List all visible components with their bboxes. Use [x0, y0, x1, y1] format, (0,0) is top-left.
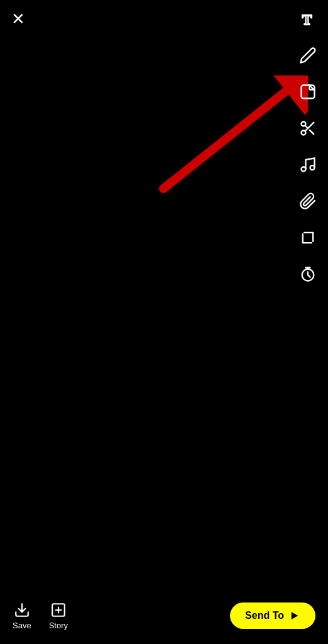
top-bar: ✕: [0, 0, 328, 38]
text-tool-button[interactable]: T: [295, 6, 320, 31]
svg-point-7: [302, 167, 306, 172]
svg-line-11: [163, 91, 286, 189]
timer-tool-button[interactable]: [295, 262, 320, 287]
story-icon: [50, 602, 67, 618]
crop-icon: [299, 229, 317, 247]
save-label: Save: [13, 621, 31, 630]
send-arrow-icon: [289, 610, 300, 621]
send-to-button[interactable]: Send To: [230, 602, 315, 629]
scissors-icon: [299, 119, 317, 137]
music-icon: [299, 156, 317, 174]
pencil-icon: [299, 47, 317, 64]
save-icon: [14, 602, 30, 618]
timer-icon: [299, 265, 317, 283]
sticker-tool-button[interactable]: [295, 79, 320, 104]
red-arrow-indicator: [145, 75, 308, 201]
send-to-label: Send To: [245, 610, 284, 621]
save-button[interactable]: Save: [13, 602, 31, 630]
svg-marker-16: [292, 612, 298, 619]
right-toolbar: T: [295, 6, 320, 287]
svg-point-8: [310, 165, 315, 170]
svg-line-6: [305, 125, 308, 128]
pencil-tool-button[interactable]: [295, 43, 320, 68]
sticker-icon: [299, 83, 317, 101]
link-icon: [299, 192, 317, 210]
scissors-tool-button[interactable]: [295, 116, 320, 141]
music-tool-button[interactable]: [295, 152, 320, 177]
story-label: Story: [49, 621, 68, 630]
text-icon: T: [299, 10, 317, 28]
bottom-bar: Save Story Send To: [0, 587, 328, 644]
crop-tool-button[interactable]: [295, 225, 320, 250]
link-tool-button[interactable]: [295, 189, 320, 214]
svg-text:T: T: [302, 11, 312, 28]
story-button[interactable]: Story: [49, 602, 68, 630]
close-button[interactable]: ✕: [11, 11, 25, 27]
svg-rect-1: [302, 86, 315, 99]
svg-line-5: [310, 130, 314, 134]
